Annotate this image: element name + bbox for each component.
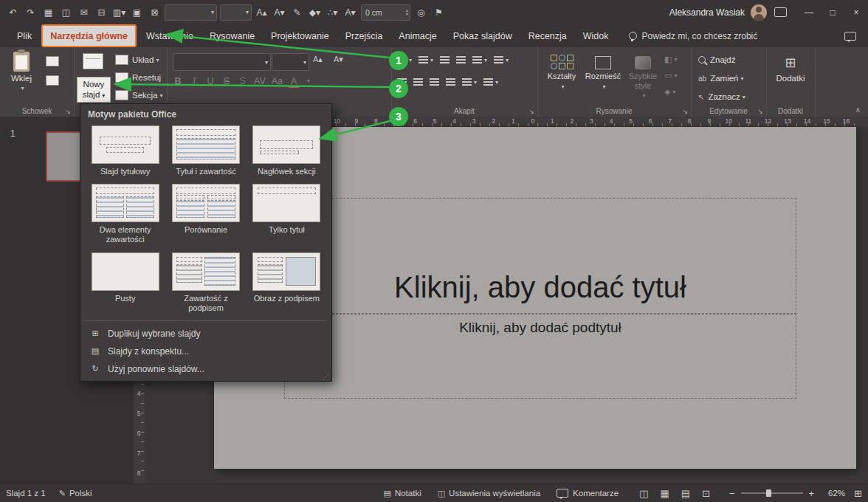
font-name-combo[interactable]: ▾ [173, 53, 271, 71]
italic-icon[interactable]: I [189, 75, 199, 86]
tab-narzedzia-glowne[interactable]: Narzędzia główne [41, 24, 137, 47]
zoom-slider[interactable] [741, 492, 803, 494]
text-shadow-icon[interactable]: S [238, 76, 248, 86]
flag-icon[interactable]: ⚑ [430, 4, 447, 21]
minimize-button[interactable]: — [797, 0, 821, 24]
find-button[interactable]: Znajdź [698, 53, 736, 66]
tab-rysowanie[interactable]: Rysowanie [202, 24, 263, 47]
maximize-button[interactable]: □ [821, 0, 844, 24]
slideshow-icon[interactable]: ▦ [40, 4, 57, 21]
presentation-display-icon[interactable] [774, 7, 787, 17]
comments-bubble-icon[interactable] [844, 32, 856, 41]
tab-wstawianie[interactable]: Wstawianie [138, 24, 202, 47]
reading-view-icon[interactable]: ▤ [681, 488, 690, 499]
zoom-in-button[interactable]: + [809, 488, 815, 499]
layout-option-title-slide[interactable]: Slajd tytułowy [86, 123, 164, 178]
quick-styles-button[interactable]: Szybkiestyle ▾ [623, 52, 663, 108]
text-direction-icon[interactable]: ▾ [494, 56, 509, 64]
undo-icon[interactable]: ↶ [4, 4, 21, 21]
paste-button[interactable]: Wklej ▾ [6, 52, 37, 92]
title-placeholder[interactable]: Kliknij, aby dodać tytuł [284, 198, 796, 314]
layout-option-title-only[interactable]: Tylko tytuł [248, 181, 326, 246]
collapse-ribbon-icon[interactable]: ∧ [855, 106, 861, 114]
reset-button[interactable]: Resetuj [115, 71, 161, 84]
layout-option-picture-with-caption[interactable]: Obraz z podpisem [248, 250, 326, 314]
convert-smartart-icon[interactable]: ▾ [483, 78, 498, 86]
shape-effects-icon[interactable]: ◈▾ [664, 87, 677, 97]
proofing-button[interactable]: ✎ Polski [59, 489, 92, 498]
delete-slide-icon[interactable]: ⊠ [146, 4, 163, 21]
draw-pen-icon[interactable]: ✎ [289, 4, 306, 21]
format-painter-icon[interactable] [46, 75, 59, 86]
align-right-icon[interactable] [430, 78, 439, 86]
shape-outline-icon[interactable]: ▭▾ [664, 71, 677, 80]
align-center-icon[interactable] [413, 78, 423, 86]
font-color-icon[interactable]: A [289, 76, 299, 86]
tab-widok[interactable]: Widok [575, 24, 617, 47]
redo-icon[interactable]: ↷ [22, 4, 39, 21]
increase-indent-icon[interactable] [456, 56, 466, 64]
layout-button[interactable]: Układ ▾ [115, 53, 159, 66]
new-slide-button[interactable]: Nowy slajd▾ [77, 77, 111, 103]
menu-item-reuse-slides[interactable]: ↻ Użyj ponownie slajdów... [80, 360, 331, 378]
display-settings-button[interactable]: ◫ Ustawienia wyświetlania [438, 489, 540, 498]
line-spacing-icon[interactable]: ▾ [472, 56, 487, 64]
font-color-qat-icon[interactable]: A▾ [342, 4, 359, 21]
layout-option-comparison[interactable]: Porównanie [167, 181, 244, 246]
tell-me-box[interactable]: Powiedz mi, co chcesz zrobić [629, 31, 758, 41]
underline-icon[interactable]: U [205, 76, 216, 86]
font-size-combo[interactable]: ▾ [272, 53, 309, 71]
select-button[interactable]: ↖ Zaznacz ▾ [698, 90, 745, 103]
dialog-launcher-icon[interactable]: ↘ [757, 108, 763, 115]
qat-measure-spinner[interactable]: 0 cm ▴▾ [361, 4, 410, 21]
columns-icon[interactable]: ▾ [462, 78, 477, 86]
notes-button[interactable]: ▤ Notatki [383, 489, 421, 498]
addins-button[interactable]: ⊞ Dodatki [766, 55, 815, 83]
subtitle-placeholder[interactable]: Kliknij, aby dodać podtytuł [284, 314, 796, 399]
tab-projektowanie[interactable]: Projektowanie [263, 24, 337, 47]
chart-icon[interactable]: ▥▾ [111, 4, 128, 21]
shape-fill-icon[interactable]: ◧▾ [664, 55, 677, 64]
tab-animacje[interactable]: Animacje [390, 24, 444, 47]
tab-przejscia[interactable]: Przejścia [337, 24, 391, 47]
shrink-font-icon[interactable]: A▾ [334, 55, 343, 64]
normal-view-icon[interactable]: ◫ [639, 488, 648, 499]
email-icon[interactable]: ✉ [75, 4, 92, 21]
menu-item-slides-from-outline[interactable]: ▤ Slajdy z konspektu... [80, 343, 331, 360]
tab-recenzja[interactable]: Recenzja [520, 24, 575, 47]
dialog-launcher-icon[interactable]: ↘ [528, 108, 534, 115]
replace-button[interactable]: ab Zamień ▾ [698, 72, 744, 85]
layout-option-blank[interactable]: Pusty [86, 250, 164, 314]
quick-print-icon[interactable]: ⊟ [93, 4, 110, 21]
shapes-button[interactable]: Kształty ▾ [542, 52, 582, 108]
numbering-icon[interactable]: ▾ [418, 56, 433, 64]
eyedropper-icon[interactable]: ◎ [413, 4, 430, 21]
section-button[interactable]: Sekcja ▾ [115, 89, 163, 102]
theme-colors-icon[interactable]: ◆▾ [306, 4, 323, 21]
shrink-font-icon[interactable]: A▾ [271, 4, 288, 21]
tab-plik[interactable]: Plik [9, 24, 40, 47]
bold-icon[interactable]: B [173, 76, 183, 86]
new-slide-icon[interactable] [83, 53, 103, 69]
zoom-slider-handle[interactable] [766, 489, 771, 497]
scatter-chart-icon[interactable]: ∴▾ [324, 4, 341, 21]
grow-font-icon[interactable]: A▴ [313, 55, 323, 64]
zoom-out-button[interactable]: − [729, 488, 735, 499]
close-button[interactable]: × [844, 0, 868, 24]
tab-pokaz-slajdow[interactable]: Pokaz slajdów [445, 24, 520, 47]
slideshow-view-icon[interactable]: ⊡ [702, 488, 710, 499]
comments-button[interactable]: Komentarze [557, 489, 619, 498]
layout-option-content-with-caption[interactable]: Zawartość z podpisem [167, 250, 244, 314]
spinner-arrows[interactable]: ▴▾ [406, 9, 408, 16]
dialog-launcher-icon[interactable]: ↘ [65, 108, 71, 115]
zoom-level[interactable]: 62% [822, 489, 845, 498]
decrease-indent-icon[interactable] [440, 56, 450, 64]
qat-size-combo[interactable]: ▾ [220, 4, 252, 21]
resize-grip-icon[interactable]: ⋰ [323, 373, 329, 380]
strikethrough-icon[interactable]: S [221, 76, 232, 86]
character-spacing-icon[interactable]: AV [254, 76, 266, 86]
layout-option-two-content[interactable]: Dwa elementy zawartości [86, 181, 164, 246]
account-user-name[interactable]: Aleksandra Wasiak [669, 7, 745, 18]
avatar[interactable] [751, 4, 767, 21]
justify-icon[interactable] [446, 78, 455, 86]
